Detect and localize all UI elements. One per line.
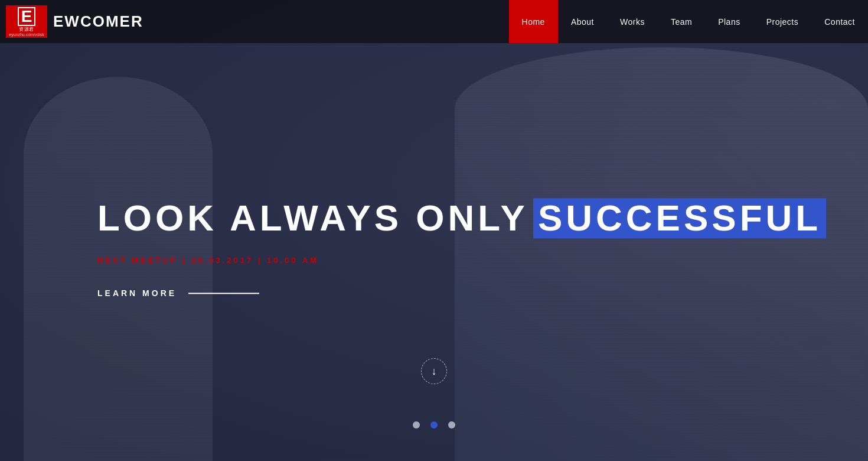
navbar: E 资源君 eyunzhu.com/vdisk EWCOMER Home Abo…	[0, 0, 868, 43]
hero-title: LOOK ALWAYS ONLY SUCCESSFUL	[97, 198, 826, 238]
hero-subtitle: NEXT MEETUP | 20.03.2017 | 10.00 AM	[97, 257, 826, 265]
hero-title-highlight: SUCCESSFUL	[533, 198, 826, 238]
hero-content: LOOK ALWAYS ONLY SUCCESSFUL NEXT MEETUP …	[97, 198, 826, 298]
nav-item-projects[interactable]: Projects	[753, 0, 812, 43]
brand-name: EWCOMER	[53, 12, 143, 31]
hero-section: E 资源君 eyunzhu.com/vdisk EWCOMER Home Abo…	[0, 0, 868, 461]
scroll-indicator[interactable]: ↓	[421, 358, 447, 384]
hero-title-plain: LOOK ALWAYS ONLY	[97, 198, 528, 238]
brand-logo-letter: E	[18, 7, 36, 26]
nav-menu: Home About Works Team Plans Projects Con…	[509, 0, 868, 43]
nav-item-works[interactable]: Works	[607, 0, 658, 43]
carousel-dot-1[interactable]	[430, 421, 438, 428]
carousel-dot-2[interactable]	[448, 421, 455, 428]
carousel-dot-0[interactable]	[413, 421, 420, 428]
hero-cta-label: LEARN MORE	[97, 289, 177, 298]
brand-logo-url: eyunzhu.com/vdisk	[9, 33, 44, 37]
brand[interactable]: E 资源君 eyunzhu.com/vdisk EWCOMER	[0, 5, 143, 38]
hero-cta-button[interactable]: LEARN MORE	[97, 289, 826, 298]
nav-item-team[interactable]: Team	[658, 0, 705, 43]
nav-item-plans[interactable]: Plans	[705, 0, 753, 43]
nav-item-contact[interactable]: Contact	[811, 0, 868, 43]
hero-cta-line	[188, 293, 259, 294]
scroll-down-icon: ↓	[432, 366, 437, 376]
brand-logo: E 资源君 eyunzhu.com/vdisk	[6, 5, 47, 38]
nav-item-home[interactable]: Home	[509, 0, 558, 43]
carousel-dots	[413, 421, 455, 428]
brand-logo-chinese: 资源君	[19, 26, 34, 33]
nav-item-about[interactable]: About	[558, 0, 607, 43]
